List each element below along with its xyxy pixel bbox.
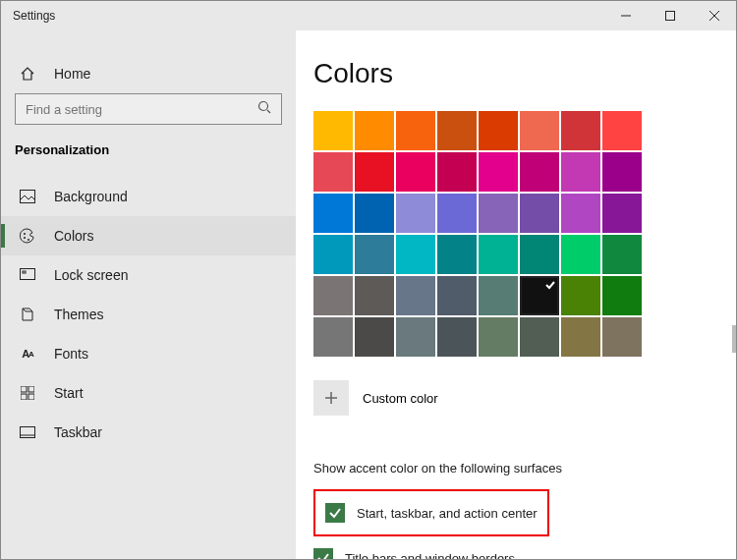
color-swatch[interactable]	[602, 235, 642, 274]
color-swatch[interactable]	[396, 235, 435, 274]
color-swatch[interactable]	[520, 111, 559, 150]
color-swatch[interactable]	[602, 276, 642, 315]
color-swatch[interactable]	[479, 152, 518, 192]
settings-window: Settings Home	[0, 0, 737, 560]
color-swatch[interactable]	[437, 317, 477, 357]
sidebar-nav: Background Colors Lock screen	[1, 173, 296, 452]
color-swatch[interactable]	[561, 276, 600, 315]
checkbox-checked-icon[interactable]	[313, 548, 333, 559]
color-swatch[interactable]	[520, 317, 559, 357]
plus-icon[interactable]	[313, 380, 349, 416]
color-swatch[interactable]	[437, 152, 477, 192]
color-swatch[interactable]	[396, 276, 435, 315]
sidebar-item-label: Background	[54, 189, 128, 204]
color-swatch[interactable]	[561, 317, 600, 357]
color-swatch[interactable]	[437, 235, 477, 274]
sidebar-item-label: Start	[54, 385, 84, 401]
svg-rect-7	[23, 271, 26, 273]
scrollbar-thumb[interactable]	[732, 325, 736, 353]
sidebar-item-colors[interactable]: Colors	[1, 216, 296, 255]
picture-icon	[19, 188, 36, 205]
color-swatch[interactable]	[355, 111, 394, 150]
color-swatch[interactable]	[396, 152, 435, 192]
svg-rect-6	[21, 269, 35, 280]
custom-color-row[interactable]: Custom color	[313, 380, 736, 416]
start-icon	[19, 384, 36, 402]
color-swatch[interactable]	[437, 194, 477, 233]
color-swatch[interactable]	[313, 317, 353, 357]
color-swatch[interactable]	[479, 235, 518, 274]
color-swatch[interactable]	[437, 276, 477, 315]
color-swatch[interactable]	[561, 152, 600, 192]
color-swatch[interactable]	[561, 235, 600, 274]
color-swatch[interactable]	[313, 152, 353, 192]
sidebar-item-background[interactable]: Background	[1, 177, 296, 216]
svg-point-3	[24, 233, 26, 235]
svg-point-5	[28, 239, 29, 241]
search-input-wrapper[interactable]	[15, 93, 282, 125]
color-swatch[interactable]	[479, 317, 518, 357]
color-swatch[interactable]	[602, 152, 642, 192]
search-icon	[257, 100, 271, 118]
check-icon	[541, 276, 559, 294]
sidebar-item-start[interactable]: Start	[1, 373, 296, 413]
color-swatch[interactable]	[355, 194, 394, 233]
color-swatch[interactable]	[396, 194, 435, 233]
color-swatch[interactable]	[561, 194, 600, 233]
color-swatch[interactable]	[313, 235, 353, 274]
taskbar-icon	[19, 423, 36, 441]
color-swatch[interactable]	[313, 276, 353, 315]
lockscreen-icon	[19, 266, 36, 284]
sidebar-item-label: Lock screen	[54, 267, 128, 283]
minimize-button[interactable]	[603, 1, 648, 30]
color-swatch[interactable]	[355, 235, 394, 274]
color-swatch[interactable]	[355, 317, 394, 357]
sidebar-item-lockscreen[interactable]: Lock screen	[1, 255, 296, 295]
sidebar-home[interactable]: Home	[1, 54, 296, 93]
color-swatch[interactable]	[602, 111, 642, 150]
color-swatch[interactable]	[520, 235, 559, 274]
maximize-button[interactable]	[648, 1, 692, 30]
color-swatch[interactable]	[479, 276, 518, 315]
checkbox-start-taskbar[interactable]: Start, taskbar, and action center	[325, 499, 538, 527]
color-swatch[interactable]	[561, 111, 600, 150]
color-swatch[interactable]	[355, 152, 394, 192]
svg-rect-2	[21, 191, 35, 203]
color-swatch[interactable]	[520, 152, 559, 192]
checkbox-label: Title bars and window borders	[345, 551, 515, 560]
sidebar-item-themes[interactable]: Themes	[1, 295, 296, 334]
color-swatch[interactable]	[520, 194, 559, 233]
highlight-box: Start, taskbar, and action center	[313, 489, 549, 536]
sidebar-item-taskbar[interactable]: Taskbar	[1, 413, 296, 452]
color-swatch[interactable]	[479, 111, 518, 150]
fonts-icon: AA	[19, 345, 36, 363]
color-swatch[interactable]	[355, 276, 394, 315]
sidebar-item-label: Colors	[54, 228, 93, 244]
svg-rect-12	[21, 427, 35, 438]
home-icon	[19, 65, 36, 83]
page-title: Colors	[313, 58, 736, 89]
themes-icon	[19, 306, 36, 323]
sidebar-item-fonts[interactable]: AA Fonts	[1, 334, 296, 373]
color-swatch[interactable]	[602, 317, 642, 357]
palette-icon	[19, 227, 36, 245]
window-body: Home Personalization Background	[1, 30, 736, 559]
close-button[interactable]	[692, 1, 736, 30]
svg-rect-8	[21, 386, 27, 392]
color-swatch[interactable]	[396, 317, 435, 357]
svg-rect-0	[665, 12, 674, 21]
checkbox-checked-icon[interactable]	[325, 503, 345, 523]
color-swatch[interactable]	[313, 111, 353, 150]
color-swatch[interactable]	[520, 276, 559, 315]
color-swatch[interactable]	[437, 111, 477, 150]
sidebar-item-label: Fonts	[54, 346, 88, 362]
sidebar-item-label: Taskbar	[54, 424, 102, 440]
color-swatch[interactable]	[602, 194, 642, 233]
sidebar-section-title: Personalization	[1, 142, 296, 157]
sidebar: Home Personalization Background	[1, 30, 296, 559]
checkbox-titlebars[interactable]: Title bars and window borders	[313, 544, 736, 559]
search-input[interactable]	[26, 102, 235, 117]
color-swatch[interactable]	[396, 111, 435, 150]
color-swatch[interactable]	[479, 194, 518, 233]
color-swatch[interactable]	[313, 194, 353, 233]
